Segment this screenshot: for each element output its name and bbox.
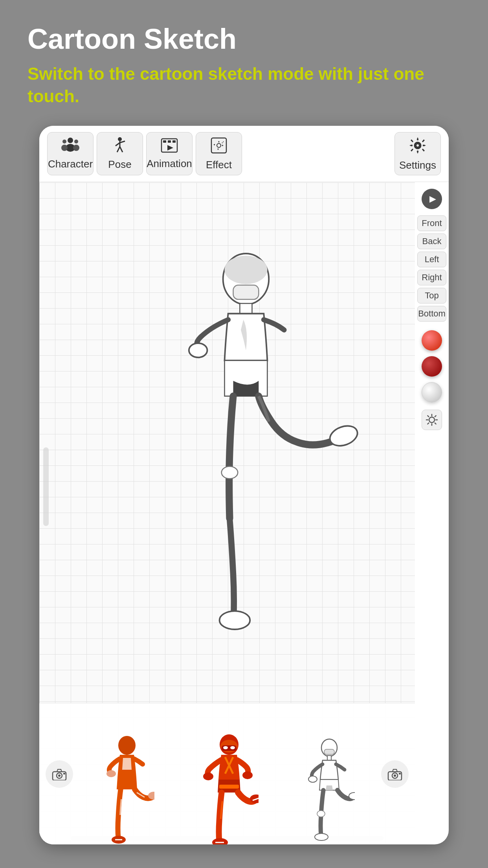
svg-point-23 <box>416 144 419 147</box>
animation-label: Animation <box>147 158 192 170</box>
svg-line-40 <box>427 423 429 424</box>
color-ball-red-light[interactable] <box>422 330 442 351</box>
svg-point-56 <box>230 746 235 749</box>
svg-rect-44 <box>63 773 65 774</box>
light-button[interactable] <box>422 410 442 430</box>
svg-point-28 <box>189 343 207 357</box>
svg-point-29 <box>327 423 360 450</box>
app-title: Cartoon Sketch <box>28 24 460 55</box>
right-label: Right <box>422 272 442 283</box>
svg-point-6 <box>118 137 122 141</box>
settings-icon <box>409 136 427 157</box>
right-sidebar: Front Back Left Right Top Bottom <box>415 182 449 844</box>
bottom-strip <box>39 703 415 844</box>
svg-point-68 <box>349 793 355 800</box>
effect-icon <box>210 137 227 156</box>
left-view-button[interactable]: Left <box>417 252 446 267</box>
top-view-button[interactable]: Top <box>417 288 446 303</box>
svg-rect-14 <box>168 140 171 143</box>
svg-line-10 <box>117 147 120 152</box>
color-ball-white[interactable] <box>422 382 442 403</box>
camera-left-button[interactable] <box>46 760 73 788</box>
character-strip <box>73 703 381 844</box>
bottom-view-button[interactable]: Bottom <box>417 306 446 322</box>
svg-line-38 <box>435 423 436 424</box>
character-button[interactable]: Character <box>47 132 94 175</box>
svg-marker-16 <box>167 145 173 151</box>
svg-line-37 <box>427 416 429 417</box>
settings-button[interactable]: Settings <box>394 132 441 175</box>
svg-rect-13 <box>163 140 166 143</box>
svg-line-9 <box>120 141 125 143</box>
svg-point-58 <box>242 771 253 779</box>
svg-point-18 <box>217 143 221 147</box>
svg-point-45 <box>118 736 136 755</box>
sketch-character <box>95 248 396 645</box>
character-thumbnail-3[interactable] <box>304 703 355 844</box>
back-label: Back <box>422 236 442 246</box>
pose-button[interactable]: Pose <box>97 132 143 175</box>
svg-point-43 <box>58 774 61 777</box>
app-subtitle: Switch to the cartoon sketch mode with j… <box>28 63 460 107</box>
right-view-button[interactable]: Right <box>417 270 446 285</box>
character-label: Character <box>48 158 93 170</box>
svg-rect-17 <box>211 138 226 153</box>
svg-point-57 <box>203 772 213 780</box>
svg-point-67 <box>308 776 317 782</box>
svg-point-4 <box>74 140 78 143</box>
svg-rect-59 <box>219 785 239 789</box>
front-label: Front <box>422 218 442 228</box>
effect-button[interactable]: Effect <box>196 132 242 175</box>
character-thumbnail-1[interactable] <box>99 703 154 844</box>
left-label: Left <box>425 254 439 265</box>
pose-icon <box>112 137 128 156</box>
svg-rect-74 <box>399 773 401 774</box>
play-button[interactable] <box>422 189 442 209</box>
svg-point-25 <box>224 256 267 285</box>
svg-point-62 <box>212 838 228 844</box>
camera-right-button[interactable] <box>381 760 409 788</box>
svg-point-5 <box>73 145 79 151</box>
svg-rect-15 <box>172 140 176 143</box>
svg-rect-65 <box>324 749 334 754</box>
animation-icon <box>161 138 178 155</box>
svg-point-30 <box>219 611 250 630</box>
color-ball-red-dark[interactable] <box>422 356 442 377</box>
svg-rect-26 <box>233 285 259 300</box>
toolbar: Character Pose <box>39 126 449 182</box>
bottom-label: Bottom <box>418 309 446 319</box>
svg-rect-27 <box>240 303 252 314</box>
svg-point-55 <box>223 746 228 749</box>
front-view-button[interactable]: Front <box>417 215 446 231</box>
svg-point-73 <box>394 774 396 777</box>
svg-point-70 <box>317 811 325 817</box>
svg-point-47 <box>106 770 116 777</box>
pose-label: Pose <box>108 158 131 171</box>
svg-point-3 <box>61 145 68 151</box>
svg-point-32 <box>429 417 435 423</box>
left-scrollbar[interactable] <box>43 447 49 526</box>
settings-label: Settings <box>399 159 436 171</box>
svg-line-8 <box>116 143 120 146</box>
character-icon <box>61 138 79 156</box>
svg-point-69 <box>315 833 328 840</box>
character-thumbnail-2[interactable] <box>200 703 259 844</box>
app-card: Character Pose <box>39 126 449 844</box>
header-section: Cartoon Sketch Switch to the cartoon ske… <box>0 0 488 120</box>
svg-point-0 <box>68 138 73 143</box>
animation-button[interactable]: Animation <box>146 132 193 175</box>
svg-line-19 <box>222 142 224 143</box>
top-label: Top <box>425 291 438 301</box>
svg-line-11 <box>120 147 123 152</box>
svg-rect-66 <box>327 756 331 760</box>
svg-point-2 <box>62 140 66 143</box>
back-view-button[interactable]: Back <box>417 234 446 249</box>
svg-line-39 <box>435 416 436 417</box>
effect-label: Effect <box>206 159 232 171</box>
svg-point-31 <box>222 467 238 479</box>
